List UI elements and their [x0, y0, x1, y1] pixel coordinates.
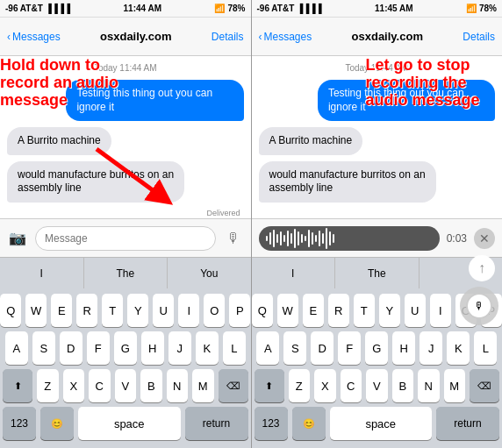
- key-n-right[interactable]: N: [418, 369, 440, 402]
- key-a-right[interactable]: A: [256, 331, 279, 365]
- key-t-left[interactable]: T: [102, 294, 123, 327]
- key-123-left[interactable]: 123: [3, 407, 36, 440]
- key-123-right[interactable]: 123: [255, 407, 288, 440]
- key-k-left[interactable]: K: [196, 331, 219, 365]
- key-emoji-left[interactable]: 😊: [40, 407, 74, 440]
- pred-item-1-left[interactable]: The: [84, 258, 169, 288]
- key-c-left[interactable]: C: [89, 369, 111, 402]
- details-button-right[interactable]: Details: [463, 31, 495, 43]
- key-i-left[interactable]: I: [178, 294, 199, 327]
- key-r-right[interactable]: R: [328, 294, 349, 327]
- key-e-right[interactable]: E: [303, 294, 324, 327]
- record-circle-right[interactable]: 🎙: [460, 287, 498, 325]
- key-shift-right[interactable]: ⬆: [255, 369, 284, 402]
- key-z-left[interactable]: Z: [37, 369, 59, 402]
- wave-bar-19: [329, 231, 331, 245]
- key-row-3-left: 123 😊 space return: [3, 407, 248, 440]
- wave-bar-3: [273, 230, 275, 247]
- wifi-icon-left: 📶: [214, 4, 225, 13]
- input-bar-left: 📷 🎙: [0, 218, 251, 257]
- key-j-right[interactable]: J: [420, 331, 442, 365]
- bubble-container-r1: A Burrito machine: [259, 127, 496, 158]
- carrier-left: -96 AT&T: [5, 4, 43, 13]
- key-b-left[interactable]: B: [140, 369, 162, 402]
- messages-area-left: Today 11:44 AM Testing this thing out yo…: [0, 56, 251, 218]
- key-d-right[interactable]: D: [311, 331, 333, 365]
- nav-bar-right: ‹ Messages osxdaily.com Details: [252, 18, 503, 56]
- key-m-left[interactable]: M: [192, 369, 214, 402]
- messages-area-right: Today 11:44 AM Testing this thing out yo…: [252, 56, 503, 218]
- key-y-right[interactable]: Y: [379, 294, 400, 327]
- status-right-r: 📶 78%: [466, 4, 497, 13]
- bubble-container-2: would manufacture burritos on an assembl…: [7, 161, 244, 205]
- key-x-right[interactable]: X: [314, 369, 336, 402]
- key-p-left[interactable]: P: [229, 294, 250, 327]
- pred-item-0-right[interactable]: I: [252, 258, 336, 288]
- key-z-right[interactable]: Z: [289, 369, 311, 402]
- key-delete-left[interactable]: ⌫: [219, 369, 248, 402]
- key-d-left[interactable]: D: [60, 331, 82, 365]
- back-button-left[interactable]: ‹ Messages: [7, 31, 61, 43]
- carrier-right: -96 AT&T: [257, 4, 295, 13]
- mic-button-left[interactable]: 🎙: [221, 226, 246, 251]
- key-q-right[interactable]: Q: [252, 294, 273, 327]
- time-left: 11:44 AM: [124, 4, 162, 13]
- key-s-left[interactable]: S: [32, 331, 55, 365]
- key-i-right[interactable]: I: [430, 294, 451, 327]
- key-y-left[interactable]: Y: [127, 294, 148, 327]
- key-o-left[interactable]: O: [204, 294, 225, 327]
- waveform-right: [259, 226, 440, 251]
- key-b-right[interactable]: B: [392, 369, 414, 402]
- key-q-left[interactable]: Q: [0, 294, 21, 327]
- key-u-left[interactable]: U: [153, 294, 174, 327]
- key-return-left[interactable]: return: [185, 407, 248, 440]
- key-w-right[interactable]: W: [277, 294, 298, 327]
- key-emoji-right[interactable]: 😊: [292, 407, 326, 440]
- key-f-right[interactable]: F: [338, 331, 361, 365]
- key-v-right[interactable]: V: [366, 369, 388, 402]
- key-h-right[interactable]: H: [392, 331, 415, 365]
- key-u-right[interactable]: U: [405, 294, 426, 327]
- key-w-left[interactable]: W: [25, 294, 47, 327]
- key-return-right[interactable]: return: [436, 407, 499, 440]
- wave-bar-17: [322, 233, 324, 244]
- key-row-2-left: ⬆ Z X C V B N M ⌫: [3, 369, 248, 402]
- key-s-right[interactable]: S: [283, 331, 306, 365]
- up-arrow-button-right[interactable]: ↑: [469, 255, 495, 281]
- key-x-left[interactable]: X: [63, 369, 85, 402]
- key-t-right[interactable]: T: [354, 294, 375, 327]
- camera-button-left[interactable]: 📷: [5, 226, 30, 251]
- pred-item-2-left[interactable]: You: [168, 258, 251, 288]
- key-shift-left[interactable]: ⬆: [3, 369, 32, 402]
- cancel-button-right[interactable]: ✕: [474, 228, 495, 249]
- key-e-left[interactable]: E: [51, 294, 72, 327]
- status-left: -96 AT&T ▐▐▐▐: [5, 4, 70, 13]
- wave-bar-11: [301, 234, 303, 243]
- key-f-left[interactable]: F: [87, 331, 110, 365]
- back-button-right[interactable]: ‹ Messages: [259, 31, 312, 43]
- key-a-left[interactable]: A: [5, 331, 28, 365]
- key-space-left[interactable]: space: [78, 407, 181, 440]
- key-l-right[interactable]: L: [474, 331, 497, 365]
- key-v-left[interactable]: V: [115, 369, 137, 402]
- keyboard-left: Q W E R T Y U I O P A S D F G H J K L ⬆ …: [0, 288, 251, 448]
- status-left-r: -96 AT&T ▐▐▐▐: [257, 4, 322, 13]
- details-button-left[interactable]: Details: [212, 31, 244, 43]
- bubble-right-0: Testing this thing out you can ignore it: [66, 80, 243, 121]
- pred-item-1-right[interactable]: The: [335, 258, 420, 288]
- key-c-right[interactable]: C: [341, 369, 362, 402]
- key-h-left[interactable]: H: [141, 331, 164, 365]
- message-input-left[interactable]: [35, 226, 216, 251]
- pred-item-0-left[interactable]: I: [0, 258, 84, 288]
- key-space-right[interactable]: space: [330, 407, 433, 440]
- key-g-left[interactable]: G: [114, 331, 137, 365]
- key-delete-right[interactable]: ⌫: [470, 369, 499, 402]
- key-j-left[interactable]: J: [169, 331, 191, 365]
- key-l-left[interactable]: L: [223, 331, 246, 365]
- key-n-left[interactable]: N: [167, 369, 189, 402]
- key-m-right[interactable]: M: [444, 369, 466, 402]
- key-k-right[interactable]: K: [447, 331, 470, 365]
- key-r-left[interactable]: R: [76, 294, 97, 327]
- bubble-container-r0: Testing this thing out you can ignore it: [259, 80, 496, 124]
- key-g-right[interactable]: G: [365, 331, 388, 365]
